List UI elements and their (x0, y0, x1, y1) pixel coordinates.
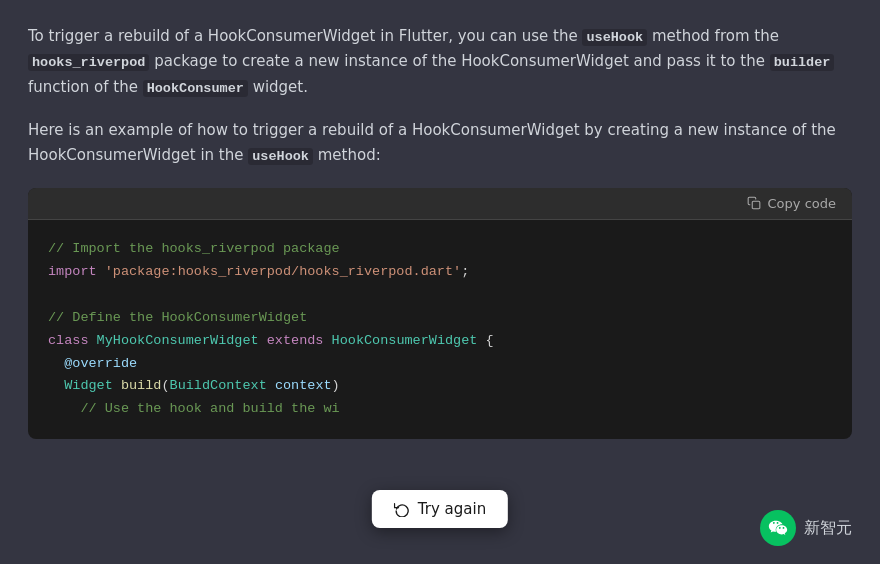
code-line-3 (48, 284, 832, 307)
main-container: To trigger a rebuild of a HookConsumerWi… (0, 0, 880, 564)
p1-text-after-hook: method from the (647, 27, 779, 45)
wechat-icon (760, 510, 796, 546)
wechat-text: 新智元 (804, 518, 852, 539)
prose-paragraph-1: To trigger a rebuild of a HookConsumerWi… (28, 24, 852, 168)
p1-hookconsumer-code: HookConsumer (143, 80, 248, 97)
p2-text2: method: (313, 146, 381, 164)
p1-hooks-riverpod-code: hooks_riverpod (28, 54, 149, 71)
wechat-logo-svg (767, 517, 789, 539)
code-line-5: class MyHookConsumerWidget extends HookC… (48, 330, 832, 353)
p2-text1: Here is an example of how to trigger a r… (28, 121, 836, 164)
copy-icon (747, 196, 761, 210)
p1-text-before-hook: To trigger a rebuild of a HookConsumerWi… (28, 27, 582, 45)
p1-useHook-code: useHook (582, 29, 647, 46)
p1-builder-code: builder (770, 54, 835, 71)
code-line-4: // Define the HookConsumerWidget (48, 307, 832, 330)
p1-text-after-builder: function of the (28, 78, 143, 96)
code-line-8: // Use the hook and build the wi (48, 398, 832, 421)
code-line-6: @override (48, 353, 832, 376)
try-again-label: Try again (418, 500, 486, 518)
svg-rect-0 (752, 202, 760, 210)
code-block-body: // Import the hooks_riverpod package imp… (28, 220, 852, 440)
code-line-2: import 'package:hooks_riverpod/hooks_riv… (48, 261, 832, 284)
copy-code-label: Copy code (768, 196, 836, 211)
p1-text-after-hookconsumer: widget. (248, 78, 308, 96)
refresh-icon (394, 501, 410, 517)
code-block-header: Copy code (28, 188, 852, 220)
p1-text-after-hooks: package to create a new instance of the … (149, 52, 769, 70)
code-line-7: Widget build(BuildContext context) (48, 375, 832, 398)
try-again-tooltip[interactable]: Try again (372, 490, 508, 528)
wechat-watermark: 新智元 (760, 510, 852, 546)
copy-code-button[interactable]: Copy code (747, 196, 836, 211)
p2-useHook-code: useHook (248, 148, 313, 165)
code-block: Copy code // Import the hooks_riverpod p… (28, 188, 852, 440)
code-line-1: // Import the hooks_riverpod package (48, 238, 832, 261)
